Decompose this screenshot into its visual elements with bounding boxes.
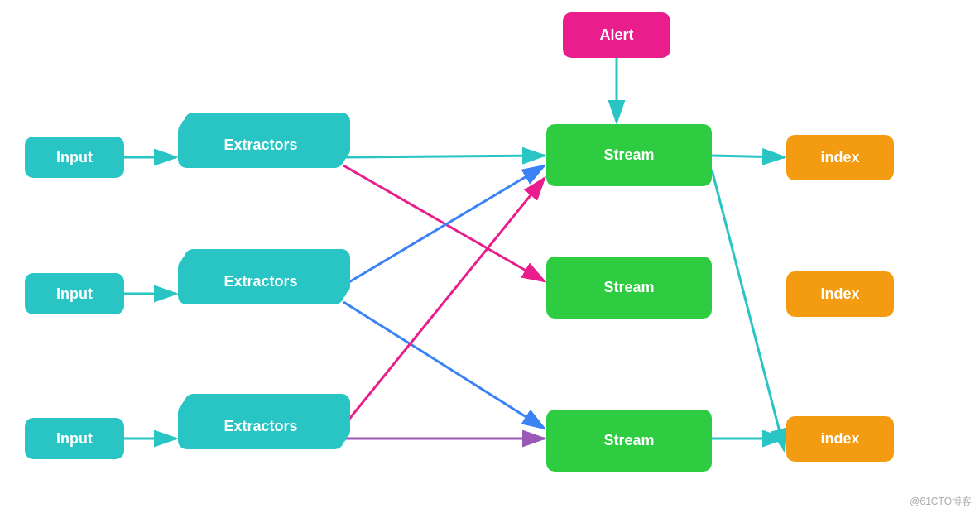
arrow-stream1-index1 bbox=[712, 156, 785, 157]
index2-node: index bbox=[786, 271, 894, 317]
index3-node: index bbox=[786, 416, 894, 462]
stream2-node: Stream bbox=[546, 256, 712, 319]
arrow-ext1-stream1 bbox=[343, 156, 545, 157]
alert-node: Alert bbox=[563, 12, 670, 58]
arrow-ext2-stream1 bbox=[343, 165, 545, 285]
index1-label: index bbox=[820, 149, 859, 166]
extractor3-label: Extractors bbox=[178, 404, 343, 449]
input1-label: Input bbox=[56, 149, 93, 166]
stream3-label: Stream bbox=[603, 432, 654, 449]
input1-node: Input bbox=[25, 137, 124, 178]
arrow-ext1-stream2 bbox=[343, 165, 545, 281]
index1-node: index bbox=[786, 135, 894, 180]
index3-label: index bbox=[820, 430, 859, 448]
stream1-label: Stream bbox=[603, 146, 654, 164]
alert-label: Alert bbox=[599, 26, 633, 44]
input2-node: Input bbox=[25, 273, 124, 314]
arrow-ext3-stream1 bbox=[343, 178, 545, 426]
extractor1-label: Extractors bbox=[178, 122, 343, 168]
index2-label: index bbox=[820, 285, 859, 303]
arrow-ext2-stream3 bbox=[343, 302, 545, 429]
watermark: @61CTO博客 bbox=[910, 495, 972, 509]
extractor2-label: Extractors bbox=[178, 259, 343, 304]
input3-label: Input bbox=[56, 430, 93, 448]
input2-label: Input bbox=[56, 285, 93, 303]
stream3-node: Stream bbox=[546, 410, 712, 472]
stream1-node: Stream bbox=[546, 124, 712, 186]
stream2-label: Stream bbox=[603, 279, 654, 296]
arrow-stream1-index3 bbox=[712, 170, 785, 451]
input3-node: Input bbox=[25, 418, 124, 459]
diagram-container: Alert Input Input Input Extractors Extra… bbox=[0, 0, 980, 513]
